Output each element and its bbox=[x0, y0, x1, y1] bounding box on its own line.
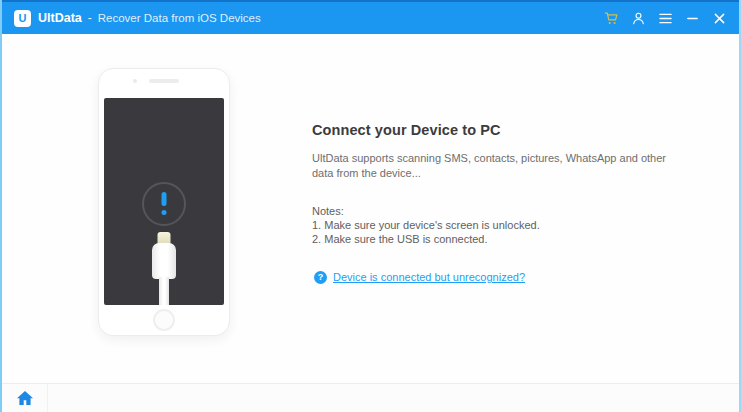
phone-home-button bbox=[153, 309, 175, 331]
notes-title: Notes: bbox=[312, 205, 712, 219]
home-button[interactable] bbox=[2, 384, 48, 412]
account-icon[interactable] bbox=[625, 5, 652, 31]
lightning-connector-plug bbox=[152, 243, 176, 279]
titlebar-controls bbox=[598, 5, 733, 31]
alert-ring-icon bbox=[142, 182, 186, 226]
titlebar-branding: U UltData - Recover Data from iOS Device… bbox=[14, 10, 261, 27]
help-question-icon[interactable]: ? bbox=[314, 271, 327, 284]
footer-bar bbox=[2, 383, 739, 412]
logo-letter: U bbox=[19, 12, 27, 24]
description-text: UltData supports scanning SMS, contacts,… bbox=[312, 151, 686, 181]
home-icon bbox=[16, 390, 34, 406]
minimize-icon[interactable] bbox=[679, 5, 706, 31]
menu-icon[interactable] bbox=[652, 5, 679, 31]
page-title: Connect your Device to PC bbox=[312, 122, 712, 138]
phone-screen bbox=[104, 98, 224, 305]
note-item: 2. Make sure the USB is connected. bbox=[312, 233, 712, 247]
titlebar: U UltData - Recover Data from iOS Device… bbox=[2, 0, 739, 34]
phone-illustration bbox=[98, 68, 230, 336]
exclamation-icon bbox=[162, 192, 167, 206]
info-panel: Connect your Device to PC UltData suppor… bbox=[312, 122, 712, 284]
app-name: UltData bbox=[38, 11, 82, 25]
window-subtitle: Recover Data from iOS Devices bbox=[98, 12, 261, 24]
help-row: ? Device is connected but unrecognized? bbox=[314, 271, 712, 284]
app-logo-icon: U bbox=[14, 10, 31, 27]
title-separator: - bbox=[88, 11, 92, 25]
exclamation-dot bbox=[162, 210, 167, 215]
notes-block: Notes: 1. Make sure your device's screen… bbox=[312, 205, 712, 246]
close-icon[interactable] bbox=[706, 5, 733, 31]
note-item: 1. Make sure your device's screen is unl… bbox=[312, 219, 712, 233]
app-window: U UltData - Recover Data from iOS Device… bbox=[0, 0, 741, 412]
device-unrecognized-link[interactable]: Device is connected but unrecognized? bbox=[333, 271, 525, 283]
cart-icon[interactable] bbox=[598, 5, 625, 31]
lightning-cable bbox=[159, 277, 169, 305]
phone-camera-dot bbox=[133, 79, 137, 83]
main-content: Connect your Device to PC UltData suppor… bbox=[2, 34, 739, 383]
phone-speaker bbox=[149, 79, 179, 83]
